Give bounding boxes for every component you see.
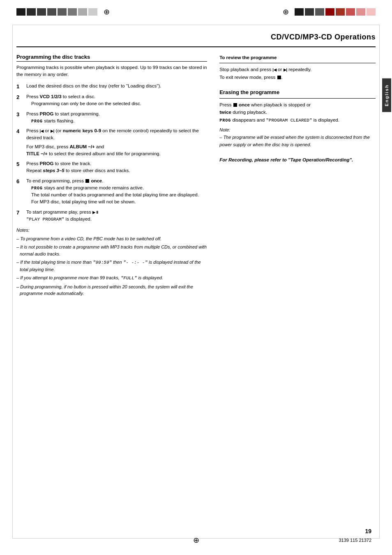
step-7-display: "PLAY PROGRAM" is displayed. [26,216,207,223]
erase-once: once [239,102,250,107]
erase-prog-block: PROG disappears and "PROGRAM CLEARED" is… [219,116,376,124]
review-rule [219,63,376,63]
step-number: 6 [16,177,23,206]
step-5: 5 Press PROG to store the track. Repeat … [16,160,207,175]
color-swatch [58,8,67,16]
content-area: CD/VCD/MP3-CD Operations Programming the… [16,29,376,534]
step-2-sub: Programming can only be done on the sele… [26,100,207,107]
prog-label: PROG [219,118,231,123]
bottom-compass-icon: ⊕ [193,536,199,545]
left-column: Programming the disc tracks Programming … [16,54,207,299]
compass-icon-left: ⊕ [102,7,111,16]
step-3-mid: to start programming. [53,111,99,116]
review-repeatedly: repeatedly. [288,67,311,72]
stop-icon-3 [233,103,237,107]
skip-next-icon-2: ▶| [284,68,288,72]
note-1: – To programme from a video CD, the PBC … [16,235,207,242]
compass-icon-right: ⊕ [281,7,290,16]
step-6-sub3: For MP3 disc, total playing time will no… [26,198,207,205]
step-4-text: Press [26,128,40,133]
skip-prev-icon-2: |◀ [272,68,277,72]
erase-heading: Erasing the programme [219,88,376,99]
color-swatch [336,8,345,16]
recording-reference: For Recording, please refer to "Tape Ope… [219,157,376,164]
step-content: Press PROG to store the track. Repeat st… [26,160,207,175]
stop-icon-2 [277,76,281,79]
color-swatch [37,8,46,16]
play-pause-icon: ▶⏸ [92,210,99,214]
step-4-title: TITLE −/+ to select the desired album an… [26,150,207,157]
step-3-pre: Press [26,111,40,116]
step-6-sub1: PROG stays and the programme mode remain… [26,184,207,191]
step-5-prog: PROG [40,161,54,166]
step-content: To end programming, press once. PROG sta… [26,177,207,206]
color-swatch [305,8,314,16]
color-swatch [295,8,304,16]
stop-icon [85,179,89,183]
step-2-mid: to select a disc. [62,94,95,99]
english-tab: English [382,78,391,112]
step-4-or: or [45,128,50,133]
step-7-pre: To start programme play, press [26,210,92,214]
color-swatch [88,8,97,16]
review-subsection: To review the programme Stop playback an… [219,54,376,81]
erase-note-label: Note: [219,127,376,134]
step-2-label: VCD 1/2/3 [40,94,62,99]
step-6-once: once [91,178,102,183]
step-content: Press VCD 1/2/3 to select a disc. Progra… [26,93,207,108]
step-content: Press |◀ or ▶| (or numeric keys 0-9 on t… [26,127,207,157]
step-6: 6 To end programming, press once. PROG s… [16,177,207,206]
color-swatch [78,8,87,16]
erase-twice: twice [219,110,231,115]
erase-twice-text: twice during playback. [219,108,376,116]
step-content: Load the desired discs on the disc tray … [26,83,207,91]
color-swatch [325,8,334,16]
step-number: 7 [16,209,23,223]
step-7: 7 To start programme play, press ▶⏸ "PLA… [16,209,207,223]
page-title: CD/VCD/MP3-CD Operations [16,29,376,47]
step-6-pre: To end programming, press [26,178,85,183]
recording-ref-text: For Recording, please refer to "Tape Ope… [219,157,353,162]
step-number: 5 [16,160,23,175]
color-swatch [315,8,324,16]
step-4: 4 Press |◀ or ▶| (or numeric keys 0-9 on… [16,127,207,157]
review-exit: To exit review mode, press . [219,74,376,81]
color-swatch [356,8,365,16]
review-or: or [278,67,283,72]
step-content: Press PROG to start programming. PROG st… [26,111,207,125]
programming-heading: Programming the disc tracks [16,54,207,62]
program-cleared: "PROGRAM CLEARED" [266,118,312,123]
step-5-sub: Repeat steps 3–5 to store other discs an… [26,167,207,174]
erase-text: Press once when playback is stopped or [219,101,376,108]
step-5-mid: to store the track. [53,161,91,166]
step-number: 2 [16,93,23,108]
color-swatch [346,8,355,16]
step-3-prog: PROG [40,111,54,116]
step-1-text: Load the desired discs on the disc tray … [26,83,161,88]
review-heading: To review the programme [219,54,376,61]
right-color-bar: ⊕ [278,7,376,16]
page-number: 19 [365,528,371,534]
notes-section: Notes: – To programme from a video CD, t… [16,227,207,297]
step-number: 1 [16,83,23,91]
erase-note-1: – The programme will be erased when the … [219,134,376,148]
skip-next-icon: ▶| [51,129,55,133]
erase-subsection: Erasing the programme Press once when pl… [219,88,376,148]
step-5-pre: Press [26,161,40,166]
intro-paragraph: Programming tracks is possible when play… [16,64,207,78]
notes-title: Notes: [16,227,207,234]
step-number: 3 [16,111,23,125]
step-4-mp3: For MP3 disc, press ALBUM −/+ and [26,143,207,150]
review-text: Stop playback and press |◀ or ▶| repeate… [219,66,376,73]
note-4: – If you attempt to programme more than … [16,274,207,282]
color-swatch [68,8,77,16]
left-color-bar: ⊕ [16,7,114,16]
color-swatch [16,8,25,16]
step-2: 2 Press VCD 1/2/3 to select a disc. Prog… [16,93,207,108]
top-bar-area: ⊕ ⊕ [0,0,392,16]
step-2-pre: Press [26,94,40,99]
color-swatch [27,8,36,16]
color-swatch [47,8,56,16]
right-column: English To review the programme Stop pla… [219,54,376,299]
note-3: – If the total playing time is more than… [16,259,207,273]
